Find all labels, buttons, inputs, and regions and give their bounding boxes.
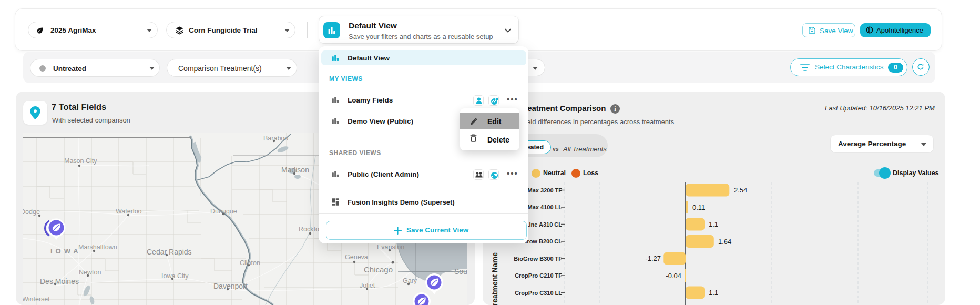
svg-text:Marshalltown: Marshalltown bbox=[78, 243, 117, 251]
svg-text:-1.27: -1.27 bbox=[645, 255, 661, 262]
svg-text:Geneva: Geneva bbox=[345, 253, 368, 261]
svg-text:Gary: Gary bbox=[403, 277, 417, 284]
svg-text:Sout: Sout bbox=[454, 267, 467, 276]
svg-text:-0.04: -0.04 bbox=[666, 272, 681, 280]
svg-text:CropPro C310 LL: CropPro C310 LL bbox=[515, 290, 562, 296]
svg-text:Newton: Newton bbox=[79, 269, 101, 276]
svg-text:Dubuque: Dubuque bbox=[210, 208, 237, 215]
svg-text:CropPro C210 TF: CropPro C210 TF bbox=[515, 272, 562, 279]
svg-text:Clinton: Clinton bbox=[240, 259, 260, 267]
svg-text:BioGrow B300 TF: BioGrow B300 TF bbox=[514, 256, 562, 262]
svg-text:Evanston: Evanston bbox=[377, 243, 404, 251]
svg-text:1.64: 1.64 bbox=[718, 238, 731, 246]
svg-text:0.11: 0.11 bbox=[692, 204, 705, 211]
svg-text:Dodge: Dodge bbox=[23, 208, 40, 216]
svg-text:Cedar Rapids: Cedar Rapids bbox=[147, 248, 192, 256]
svg-text:Baraboo: Baraboo bbox=[263, 135, 288, 142]
svg-text:Winterset: Winterset bbox=[23, 296, 50, 303]
svg-text:Mason City: Mason City bbox=[64, 157, 97, 165]
svg-text:Chicago: Chicago bbox=[364, 265, 393, 274]
svg-text:Davenport: Davenport bbox=[213, 282, 248, 290]
svg-text:Joliet: Joliet bbox=[360, 282, 375, 289]
svg-text:Waterloo: Waterloo bbox=[116, 208, 142, 215]
svg-text:Des Moines: Des Moines bbox=[40, 277, 79, 286]
svg-text:Madison: Madison bbox=[281, 166, 309, 174]
svg-text:2.54: 2.54 bbox=[734, 186, 747, 194]
svg-text:1.1: 1.1 bbox=[709, 220, 718, 228]
svg-text:1.1: 1.1 bbox=[709, 289, 718, 297]
svg-text:IOWA: IOWA bbox=[50, 247, 81, 255]
svg-text:Iowa City: Iowa City bbox=[161, 272, 189, 280]
